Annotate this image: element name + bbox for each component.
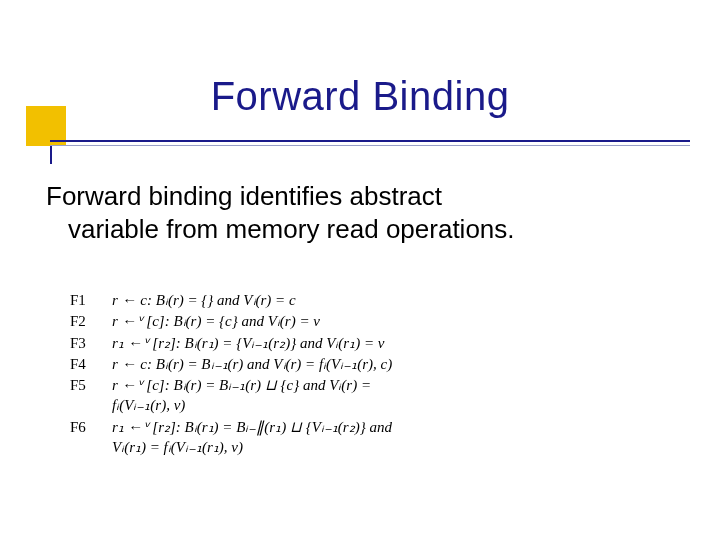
divider-tick — [50, 146, 52, 164]
rule-row-f6: F6 r₁ ←ᵛ [r₂]: Bᵢ(r₁) = Bᵢ₋‖(r₁) ⊔ {Vᵢ₋₁… — [70, 417, 400, 459]
rule-row-f4: F4 r ← c: Bᵢ(r) = Bᵢ₋₁(r) and Vᵢ(r) = fᵢ… — [70, 354, 400, 375]
rules-block: F1 r ← c: Bᵢ(r) = {} and Vᵢ(r) = c F2 r … — [70, 290, 400, 458]
slide-title: Forward Binding — [211, 74, 510, 118]
title-container: Forward Binding — [0, 74, 720, 119]
rule-tag: F3 — [70, 333, 112, 354]
rule-text-cont: Vᵢ(r₁) = fᵢ(Vᵢ₋₁(r₁), v) — [112, 437, 392, 457]
rule-text: r ←ᵛ [c]: Bᵢ(r) = Bᵢ₋₁(r) ⊔ {c} and Vᵢ(r… — [112, 375, 400, 417]
rule-tag: F5 — [70, 375, 112, 417]
body-line-2: variable from memory read operations. — [46, 213, 660, 246]
rule-row-f2: F2 r ←ᵛ [c]: Bᵢ(r) = {c} and Vᵢ(r) = v — [70, 311, 400, 332]
rule-text: r ←ᵛ [c]: Bᵢ(r) = {c} and Vᵢ(r) = v — [112, 311, 400, 332]
rule-row-f5: F5 r ←ᵛ [c]: Bᵢ(r) = Bᵢ₋₁(r) ⊔ {c} and V… — [70, 375, 400, 417]
rule-text-cont: fᵢ(Vᵢ₋₁(r), v) — [112, 395, 392, 415]
rule-row-f1: F1 r ← c: Bᵢ(r) = {} and Vᵢ(r) = c — [70, 290, 400, 311]
divider-line — [50, 140, 690, 142]
body-text: Forward binding identifies abstract vari… — [46, 180, 660, 245]
rule-text: r₁ ←ᵛ [r₂]: Bᵢ(r₁) = Bᵢ₋‖(r₁) ⊔ {Vᵢ₋₁(r₂… — [112, 417, 400, 459]
rule-text: r ← c: Bᵢ(r) = {} and Vᵢ(r) = c — [112, 290, 400, 311]
rule-text-line: r₁ ←ᵛ [r₂]: Bᵢ(r₁) = Bᵢ₋‖(r₁) ⊔ {Vᵢ₋₁(r₂… — [112, 419, 392, 435]
rule-text: r₁ ←ᵛ [r₂]: Bᵢ(r₁) = {Vᵢ₋₁(r₂)} and Vᵢ(r… — [112, 333, 400, 354]
rule-tag: F1 — [70, 290, 112, 311]
rule-tag: F6 — [70, 417, 112, 459]
rule-tag: F2 — [70, 311, 112, 332]
slide: Forward Binding Forward binding identifi… — [0, 0, 720, 540]
rule-text: r ← c: Bᵢ(r) = Bᵢ₋₁(r) and Vᵢ(r) = fᵢ(Vᵢ… — [112, 354, 400, 375]
rule-text-line: r ←ᵛ [c]: Bᵢ(r) = Bᵢ₋₁(r) ⊔ {c} and Vᵢ(r… — [112, 377, 371, 393]
rule-tag: F4 — [70, 354, 112, 375]
divider-shadow — [50, 145, 690, 146]
rule-row-f3: F3 r₁ ←ᵛ [r₂]: Bᵢ(r₁) = {Vᵢ₋₁(r₂)} and V… — [70, 333, 400, 354]
body-line-1: Forward binding identifies abstract — [46, 180, 660, 213]
